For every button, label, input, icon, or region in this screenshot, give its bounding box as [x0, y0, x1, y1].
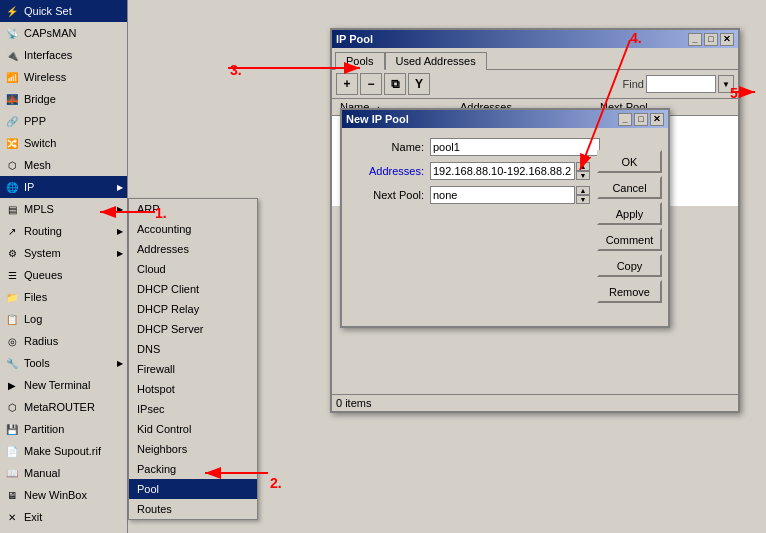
- sidebar-item-tools[interactable]: 🔧 Tools ▶: [0, 352, 127, 374]
- sidebar-item-routing[interactable]: ↗ Routing ▶: [0, 220, 127, 242]
- icon-queues: ☰: [4, 267, 20, 283]
- newpool-minimize-btn[interactable]: _: [618, 113, 632, 126]
- sidebar-item-mpls[interactable]: ▤ MPLS ▶: [0, 198, 127, 220]
- sidebar-item-wireless[interactable]: 📶 Wireless: [0, 66, 127, 88]
- sidebar-item-files[interactable]: 📁 Files: [0, 286, 127, 308]
- newpool-dialog: New IP Pool _ □ ✕ Name: Addresses: ▲ ▼: [340, 108, 670, 328]
- find-input[interactable]: [646, 75, 716, 93]
- sidebar-item-queues[interactable]: ☰ Queues: [0, 264, 127, 286]
- submenu-item-routes[interactable]: Routes: [129, 499, 257, 519]
- submenu-item-dhcp-client[interactable]: DHCP Client: [129, 279, 257, 299]
- sidebar-label-metarouter: MetaROUTER: [24, 401, 95, 413]
- sidebar-item-system[interactable]: ⚙ System ▶: [0, 242, 127, 264]
- sidebar-label-interfaces: Interfaces: [24, 49, 72, 61]
- submenu-item-pool[interactable]: Pool: [129, 479, 257, 499]
- sidebar-item-metarouter[interactable]: ⬡ MetaROUTER: [0, 396, 127, 418]
- add-btn[interactable]: +: [336, 73, 358, 95]
- remove-button[interactable]: Remove: [597, 280, 662, 303]
- tab-used-addresses[interactable]: Used Addresses: [385, 52, 487, 70]
- ippool-close-btn[interactable]: ✕: [720, 33, 734, 46]
- sidebar-label-radius: Radius: [24, 335, 58, 347]
- submenu-item-dhcp-relay[interactable]: DHCP Relay: [129, 299, 257, 319]
- submenu-item-ipsec[interactable]: IPsec: [129, 399, 257, 419]
- sidebar-item-bridge[interactable]: 🌉 Bridge: [0, 88, 127, 110]
- addresses-input[interactable]: [430, 162, 575, 180]
- submenu-item-accounting[interactable]: Accounting: [129, 219, 257, 239]
- name-input[interactable]: [430, 138, 600, 156]
- icon-newterminal: ▶: [4, 377, 20, 393]
- cancel-button[interactable]: Cancel: [597, 176, 662, 199]
- sidebar-item-switch[interactable]: 🔀 Switch: [0, 132, 127, 154]
- ippool-toolbar: + − ⧉ Y Find ▼: [332, 70, 738, 99]
- submenu-item-arp[interactable]: ARP: [129, 199, 257, 219]
- ok-button[interactable]: OK: [597, 150, 662, 173]
- addresses-spinners: ▲ ▼: [576, 162, 590, 180]
- sidebar-label-tools: Tools: [24, 357, 50, 369]
- submenu-item-dhcp-server[interactable]: DHCP Server: [129, 319, 257, 339]
- filter-btn[interactable]: Y: [408, 73, 430, 95]
- sidebar-item-ppp[interactable]: 🔗 PPP: [0, 110, 127, 132]
- icon-newwinbox: 🖥: [4, 487, 20, 503]
- addresses-label: Addresses:: [350, 165, 430, 177]
- addresses-down[interactable]: ▼: [576, 171, 590, 180]
- submenu-item-firewall[interactable]: Firewall: [129, 359, 257, 379]
- sidebar-label-ip: IP: [24, 181, 34, 193]
- icon-metarouter: ⬡: [4, 399, 20, 415]
- remove-toolbar-btn[interactable]: −: [360, 73, 382, 95]
- nextpool-down[interactable]: ▼: [576, 195, 590, 204]
- addresses-input-group: ▲ ▼: [430, 162, 590, 180]
- sidebar-item-log[interactable]: 📋 Log: [0, 308, 127, 330]
- icon-files: 📁: [4, 289, 20, 305]
- sidebar-label-mpls: MPLS: [24, 203, 54, 215]
- icon-routing: ↗: [4, 223, 20, 239]
- nextpool-spinners: ▲ ▼: [576, 186, 590, 204]
- sidebar-label-wireless: Wireless: [24, 71, 66, 83]
- sidebar-label-makesupout: Make Supout.rif: [24, 445, 101, 457]
- icon-bridge: 🌉: [4, 91, 20, 107]
- newpool-close-btn[interactable]: ✕: [650, 113, 664, 126]
- sidebar-item-newwinbox[interactable]: 🖥 New WinBox: [0, 484, 127, 506]
- find-box: Find ▼: [623, 75, 734, 93]
- copy-button[interactable]: Copy: [597, 254, 662, 277]
- newpool-title: New IP Pool: [346, 113, 409, 125]
- nextpool-input[interactable]: [430, 186, 575, 204]
- tab-pools[interactable]: Pools: [335, 52, 385, 70]
- sidebar-item-manual[interactable]: 📖 Manual: [0, 462, 127, 484]
- icon-capsman: 📡: [4, 25, 20, 41]
- submenu-item-packing[interactable]: Packing: [129, 459, 257, 479]
- sidebar-label-switch: Switch: [24, 137, 56, 149]
- addresses-up[interactable]: ▲: [576, 162, 590, 171]
- sidebar-item-exit[interactable]: ✕ Exit: [0, 506, 127, 528]
- sidebar-item-mesh[interactable]: ⬡ Mesh: [0, 154, 127, 176]
- apply-button[interactable]: Apply: [597, 202, 662, 225]
- sidebar-item-capsman[interactable]: 📡 CAPsMAN: [0, 22, 127, 44]
- submenu-item-dns[interactable]: DNS: [129, 339, 257, 359]
- sidebar-item-ip[interactable]: 🌐 IP ▶: [0, 176, 127, 198]
- sidebar-item-quickset[interactable]: ⚡ Quick Set: [0, 0, 127, 22]
- submenu-item-neighbors[interactable]: Neighbors: [129, 439, 257, 459]
- sidebar-item-makesupout[interactable]: 📄 Make Supout.rif: [0, 440, 127, 462]
- submenu-item-addresses[interactable]: Addresses: [129, 239, 257, 259]
- ippool-minimize-btn[interactable]: _: [688, 33, 702, 46]
- sidebar: ⚡ Quick Set 📡 CAPsMAN 🔌 Interfaces 📶 Wir…: [0, 0, 128, 533]
- sidebar-item-partition[interactable]: 💾 Partition: [0, 418, 127, 440]
- icon-manual: 📖: [4, 465, 20, 481]
- annotation-3: 3.: [230, 62, 242, 78]
- newpool-titlebar: New IP Pool _ □ ✕: [342, 110, 668, 128]
- submenu-item-cloud[interactable]: Cloud: [129, 259, 257, 279]
- icon-quickset: ⚡: [4, 3, 20, 19]
- submenu-item-kid-control[interactable]: Kid Control: [129, 419, 257, 439]
- copy-toolbar-btn[interactable]: ⧉: [384, 73, 406, 95]
- comment-button[interactable]: Comment: [597, 228, 662, 251]
- sidebar-item-radius[interactable]: ◎ Radius: [0, 330, 127, 352]
- sidebar-item-interfaces[interactable]: 🔌 Interfaces: [0, 44, 127, 66]
- nextpool-up[interactable]: ▲: [576, 186, 590, 195]
- icon-mpls: ▤: [4, 201, 20, 217]
- newpool-maximize-btn[interactable]: □: [634, 113, 648, 126]
- newpool-titlebar-buttons: _ □ ✕: [618, 113, 664, 126]
- icon-radius: ◎: [4, 333, 20, 349]
- sidebar-item-newterminal[interactable]: ▶ New Terminal: [0, 374, 127, 396]
- find-dropdown[interactable]: ▼: [718, 75, 734, 93]
- ippool-maximize-btn[interactable]: □: [704, 33, 718, 46]
- submenu-item-hotspot[interactable]: Hotspot: [129, 379, 257, 399]
